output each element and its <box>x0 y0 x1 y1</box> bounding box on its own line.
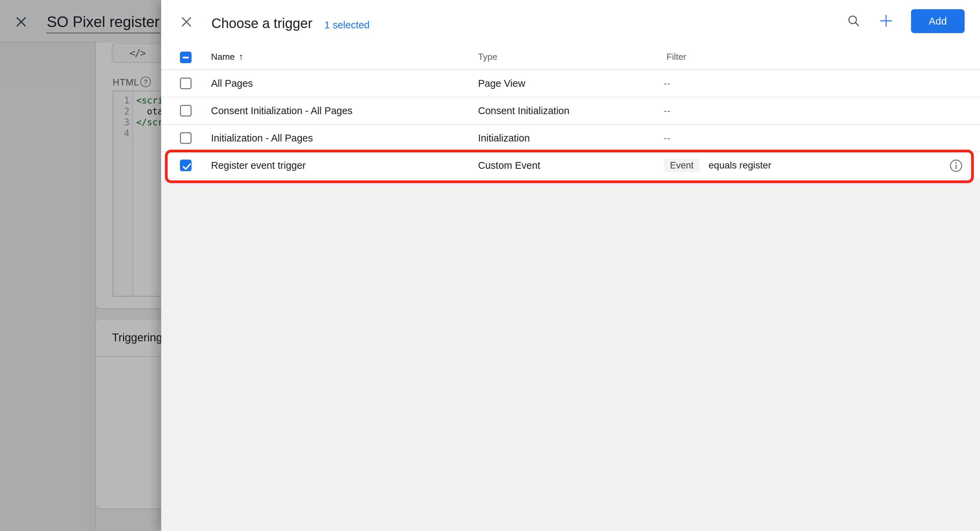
choose-trigger-dialog: Choose a trigger 1 selected Add Name ↑ T… <box>161 0 980 531</box>
row-name: Initialization - All Pages <box>211 125 313 151</box>
info-icon[interactable] <box>949 159 963 172</box>
row-checkbox[interactable] <box>180 132 192 144</box>
row-type: Initialization <box>478 125 530 151</box>
column-header-filter: Filter <box>667 45 686 69</box>
tag-editor-panel: SO Pixel register ev </> HTML ? 1234 <sc… <box>0 0 161 531</box>
column-header-name: Name <box>211 52 235 62</box>
close-dialog-icon[interactable] <box>180 15 193 29</box>
add-button[interactable]: Add <box>911 9 965 33</box>
table-row[interactable]: Initialization - All Pages Initializatio… <box>161 125 980 152</box>
row-name: All Pages <box>211 70 253 97</box>
modal-scrim[interactable] <box>0 0 161 531</box>
selected-count-link[interactable]: 1 selected <box>325 19 369 31</box>
trigger-table-body: All Pages Page View -- Consent Initializ… <box>161 70 980 179</box>
dialog-title: Choose a trigger <box>212 15 312 32</box>
column-header-type: Type <box>478 45 497 69</box>
row-filter-text: equals register <box>708 160 772 171</box>
search-icon[interactable] <box>848 15 860 27</box>
row-checkbox[interactable] <box>180 105 192 116</box>
row-name: Register event trigger <box>211 152 305 179</box>
row-type: Consent Initialization <box>478 97 570 124</box>
sort-ascending-icon: ↑ <box>239 52 243 62</box>
row-name: Consent Initialization - All Pages <box>211 97 352 124</box>
row-type: Custom Event <box>478 152 540 179</box>
new-trigger-plus-icon[interactable] <box>879 14 893 28</box>
select-all-checkbox[interactable] <box>180 52 192 63</box>
sort-by-name-header[interactable]: Name ↑ <box>211 45 243 69</box>
table-row[interactable]: Register event trigger Custom Event Even… <box>161 152 980 179</box>
row-filter-value: -- <box>664 133 671 144</box>
row-checkbox[interactable] <box>180 159 192 171</box>
gtm-screen: SO Pixel register ev </> HTML ? 1234 <sc… <box>0 0 980 531</box>
row-filter-value: -- <box>664 105 671 116</box>
table-row[interactable]: Consent Initialization - All Pages Conse… <box>161 97 980 125</box>
row-type: Page View <box>478 70 525 97</box>
row-checkbox[interactable] <box>180 78 192 89</box>
row-filter-chip: Event <box>664 159 700 172</box>
table-row[interactable]: All Pages Page View -- <box>161 70 980 97</box>
table-header: Name ↑ Type Filter <box>161 45 980 69</box>
row-filter-value: -- <box>664 78 671 89</box>
